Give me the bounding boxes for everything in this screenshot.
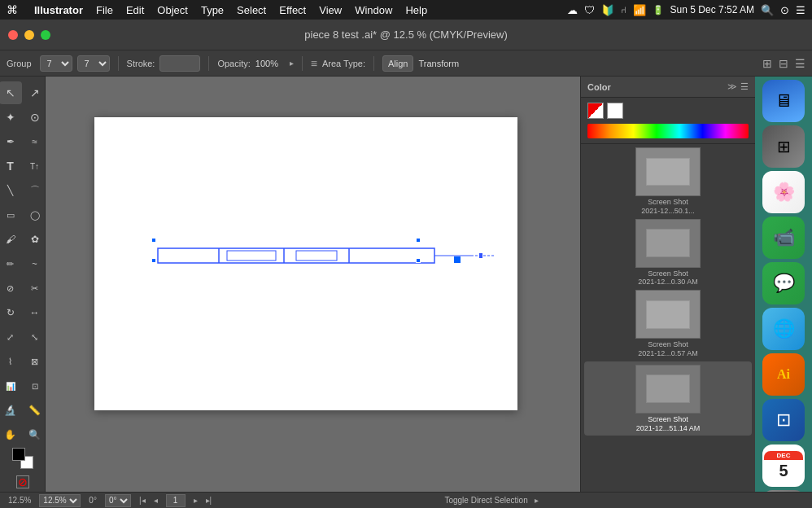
dock-messages[interactable]: 💬 [762,262,805,304]
notification-icon[interactable]: ☰ [796,4,805,16]
list-item[interactable]: Screen Shot2021-12...0.30 AM [584,219,752,287]
color-panel-menu[interactable]: ☰ [740,81,749,92]
list-item[interactable]: Screen Shot2021-12...50.1... [584,147,752,216]
eyedropper-tool[interactable]: 🔬 [0,399,22,422]
siri-icon[interactable]: ⊙ [780,4,789,16]
shear-tool[interactable]: ⤡ [24,326,46,348]
eraser-tool[interactable]: ⊘ [0,277,22,300]
zoom-select[interactable]: 12.5% [39,494,81,507]
thumbnail-image-2 [635,219,701,268]
dock-finder[interactable]: 🖥 [762,80,805,122]
apple-menu[interactable]: ⌘ [7,3,18,16]
nav-first[interactable]: |◂ [139,496,146,505]
canvas-area[interactable] [46,77,580,492]
maximize-button[interactable] [41,30,50,40]
toolbar-separator-4 [373,56,374,71]
line-tool[interactable]: ╲ [0,179,22,202]
dock-facetime[interactable]: 📹 [762,217,805,259]
white-swatch[interactable] [607,103,623,119]
curvature-tool[interactable]: ≈ [24,130,46,153]
type-menu[interactable]: Type [201,4,224,16]
opacity-arrow[interactable]: ▸ [290,59,294,68]
red-white-swatch[interactable] [587,103,604,119]
nav-prev[interactable]: ◂ [154,496,158,505]
touch-type-tool[interactable]: T↑ [24,155,46,177]
free-transform-tool[interactable]: ⊠ [24,350,46,373]
help-menu[interactable]: Help [405,4,427,16]
dock-photos[interactable]: 🌸 [762,171,805,213]
no-color-box[interactable]: ⊘ [16,475,29,488]
edit-menu[interactable]: Edit [126,4,144,16]
type-tool[interactable]: T [0,155,22,177]
select-menu[interactable]: Select [237,4,266,16]
bluetooth-icon[interactable]: ⑁ [621,5,626,15]
rectangle-tool[interactable]: ▭ [0,204,22,226]
lasso-tool[interactable]: ⊙ [24,106,46,129]
search-icon[interactable]: 🔍 [761,4,774,16]
list-item[interactable]: Screen Shot2021-12...51.14 AM [584,361,752,436]
height-select[interactable]: 7 [77,55,110,72]
page-input[interactable] [166,494,186,507]
zoom-tool[interactable]: 🔍 [24,423,46,446]
dock-outlook[interactable]: ⊡ [762,399,805,441]
pencil-tool[interactable]: ✏ [0,252,22,275]
reflect-tool[interactable]: ↔ [24,301,46,324]
ellipse-tool[interactable]: ◯ [24,204,46,226]
effect-menu[interactable]: Effect [279,4,306,16]
battery-icon[interactable]: 🔋 [653,5,664,15]
width-select[interactable]: 7 [40,55,72,72]
dock-system-preferences[interactable]: ⚙ [762,490,805,492]
scissors-tool[interactable]: ✂ [24,277,46,300]
foreground-color-box[interactable] [12,448,25,461]
hint-text[interactable]: Toggle Direct Selection [444,496,527,505]
warp-tool[interactable]: ⌇ [0,350,22,373]
arrange-icon[interactable]: ⊞ [762,57,772,70]
vpn-icon[interactable]: 🔰 [601,4,614,16]
dock-illustrator[interactable]: Ai [762,353,805,396]
window-menu[interactable]: Window [355,4,392,16]
pen-tool[interactable]: ✒ [0,130,22,153]
transform-button[interactable]: Transform [418,59,459,68]
color-boxes[interactable] [12,448,33,469]
arc-tool[interactable]: ⌒ [24,179,46,202]
area-type-icon: ≡ [311,57,317,70]
tool-pair-selection: ↖ ↗ [0,81,46,104]
artboard [94,117,517,410]
wifi-icon[interactable]: 📶 [633,4,646,16]
blob-brush-tool[interactable]: ✿ [24,228,46,251]
close-button[interactable] [8,30,18,40]
rotation-select[interactable]: 0° [105,494,131,507]
magic-wand-tool[interactable]: ✦ [0,106,22,129]
color-panel-expand[interactable]: ≫ [727,81,737,92]
antivirus-icon[interactable]: 🛡 [584,4,595,16]
nav-last[interactable]: ▸| [206,496,212,505]
svg-rect-4 [227,251,276,261]
smooth-tool[interactable]: ~ [24,252,46,275]
color-gradient-bar[interactable] [587,124,749,138]
app-name-menu[interactable]: Illustrator [34,4,83,16]
minimize-button[interactable] [24,30,34,40]
paintbrush-tool[interactable]: 🖌 [0,228,22,251]
object-menu[interactable]: Object [157,4,188,16]
nav-next[interactable]: ▸ [194,496,198,505]
view-menu[interactable]: View [319,4,342,16]
scale-tool[interactable]: ⤢ [0,326,22,348]
cloud-icon[interactable]: ☁ [567,4,578,16]
measure-tool[interactable]: 📏 [24,399,46,422]
file-menu[interactable]: File [96,4,113,16]
dock-calendar[interactable]: DEC 5 [762,444,805,487]
menubar-right: ☁ 🛡 🔰 ⑁ 📶 🔋 Sun 5 Dec 7:52 AM 🔍 ⊙ ☰ [567,4,805,16]
dock-launchpad[interactable]: ⊞ [762,125,805,168]
hand-tool[interactable]: ✋ [0,423,22,446]
list-item[interactable]: Screen Shot2021-12...0.57 AM [584,290,752,358]
rotate-tool[interactable]: ↻ [0,301,22,324]
align-button[interactable]: Align [382,55,413,72]
selection-tool[interactable]: ↖ [0,81,22,104]
dock-safari[interactable]: 🌐 [762,308,805,350]
direct-selection-tool[interactable]: ↗ [24,81,46,104]
stroke-input[interactable] [159,55,200,72]
graph-tool[interactable]: 📊 [0,374,22,397]
properties-icon[interactable]: ⊟ [779,57,788,70]
perspective-tool[interactable]: ⊡ [24,374,46,397]
panels-icon[interactable]: ☰ [795,57,805,70]
